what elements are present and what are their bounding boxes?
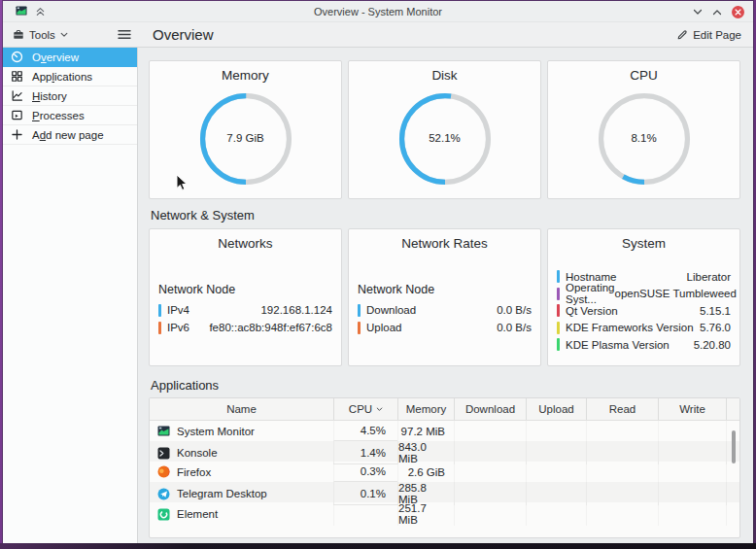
edit-page-button[interactable]: Edit Page xyxy=(676,29,741,41)
sensor-value: 5.15.1 xyxy=(700,305,731,317)
mouse-cursor xyxy=(175,174,189,191)
tools-menu-label: Tools xyxy=(29,29,55,41)
sensor-label: KDE Frameworks Version xyxy=(566,322,694,333)
system-monitor-window: Overview - System Monitor xyxy=(3,1,753,543)
applications-table: Name CPU Memory Download Upload Read Wri… xyxy=(149,397,740,538)
element-icon xyxy=(157,508,170,521)
sensor-label: KDE Plasma Version xyxy=(566,339,670,351)
sensor-color-bar xyxy=(358,322,361,334)
column-header-read[interactable]: Read xyxy=(586,398,658,420)
network-rates-card: Network Rates Network Node Download 0.0 … xyxy=(348,228,541,366)
column-header-write[interactable]: Write xyxy=(658,398,726,420)
gauge-title: Memory xyxy=(150,68,341,83)
sensor-color-bar xyxy=(557,288,560,300)
table-row[interactable]: Telegram Desktop 0.1% 285.8 MiB xyxy=(150,482,739,502)
gutter-cell xyxy=(726,462,739,482)
sensor-color-bar xyxy=(557,322,560,334)
sensor-color-bar xyxy=(557,304,560,317)
app-name: Telegram Desktop xyxy=(177,488,267,499)
app-icon xyxy=(157,447,170,460)
column-header-cpu[interactable]: CPU xyxy=(333,398,397,420)
sidebar-item[interactable]: Overview xyxy=(3,48,137,67)
gutter-cell xyxy=(726,502,739,526)
sidebar-item-label: Applications xyxy=(32,71,92,83)
sidebar-item[interactable]: Applications xyxy=(3,67,137,86)
sidebar-item-label: History xyxy=(32,90,67,102)
sensor-value: 0.0 B/s xyxy=(497,304,532,316)
sensor-color-bar xyxy=(158,304,161,317)
maximize-button[interactable] xyxy=(712,9,722,16)
table-row[interactable]: Element 251.7 MiB xyxy=(150,502,739,523)
hamburger-menu-icon[interactable] xyxy=(118,29,131,40)
titlebar[interactable]: Overview - System Monitor xyxy=(3,1,753,22)
read-cell xyxy=(586,462,658,482)
write-cell xyxy=(658,502,726,526)
sensor-color-bar xyxy=(557,270,560,283)
toolbox-icon xyxy=(13,29,24,41)
column-header-upload[interactable]: Upload xyxy=(526,398,586,420)
sensor-label: Download xyxy=(366,304,416,316)
network-rates-title: Network Rates xyxy=(349,236,540,251)
sensor-color-bar xyxy=(158,322,161,334)
toolbar: Tools Overview Edit Page xyxy=(3,22,753,48)
close-button[interactable] xyxy=(732,6,744,18)
upload-cell xyxy=(526,421,586,441)
sidebar-item-label: Overview xyxy=(32,51,79,63)
app-icon xyxy=(157,465,170,478)
gauge-row: Memory 7.9 GiB Disk xyxy=(149,60,740,199)
chevron-down-icon xyxy=(60,32,68,38)
table-row[interactable]: Firefox 0.3% 2.6 GiB xyxy=(150,462,739,482)
sidebar-item-icon xyxy=(11,70,23,83)
section-applications: Applications xyxy=(151,378,739,393)
minimize-button[interactable] xyxy=(693,9,703,16)
pencil-icon xyxy=(676,29,688,41)
sensor-color-bar xyxy=(358,304,361,317)
sensor-row: IPv6 fe80::ac8b:948f:ef67:6c8 xyxy=(150,319,341,336)
upload-cell xyxy=(526,502,586,526)
sensor-value: 192.168.1.124 xyxy=(260,304,332,316)
memory-cell: 251.7 MiB xyxy=(397,502,454,526)
scrollbar-thumb[interactable] xyxy=(732,430,736,463)
app-icon[interactable] xyxy=(16,3,27,20)
gauge-title: CPU xyxy=(548,68,739,83)
table-row[interactable]: System Monitor 4.5% 97.2 MiB xyxy=(150,421,739,441)
system-monitor-icon xyxy=(157,425,170,437)
double-chevron-up-icon[interactable] xyxy=(35,3,46,20)
sidebar-item-icon xyxy=(11,109,23,121)
processes-icon xyxy=(11,109,23,121)
app-name: System Monitor xyxy=(177,426,255,437)
download-cell xyxy=(454,502,526,526)
window-title: Overview - System Monitor xyxy=(3,6,753,17)
overview-gauge-icon xyxy=(11,51,23,63)
app-icon xyxy=(157,488,170,500)
sensor-row: Operating Syst... openSUSE Tumbleweed xyxy=(548,286,739,303)
read-cell xyxy=(586,421,658,441)
sensor-value: Liberator xyxy=(687,271,731,283)
network-system-row: Networks Network Node IPv4 192.168.1.124 xyxy=(149,228,740,366)
tools-menu-button[interactable]: Tools xyxy=(13,29,68,41)
gauge-card: CPU 8.1% xyxy=(547,60,740,199)
sidebar: Overview Applications xyxy=(3,48,138,543)
table-row[interactable]: Konsole 1.4% 843.0 MiB xyxy=(150,441,739,462)
column-header-memory[interactable]: Memory xyxy=(397,398,454,420)
cpu-cell: 4.5% xyxy=(333,421,397,441)
sensor-row: Download 0.0 B/s xyxy=(349,301,540,319)
sidebar-item[interactable]: Add new page xyxy=(3,125,137,145)
sidebar-item[interactable]: Processes xyxy=(3,106,137,125)
sidebar-item-icon xyxy=(11,128,23,141)
column-header-name[interactable]: Name xyxy=(150,398,333,420)
sensor-row: IPv4 192.168.1.124 xyxy=(150,301,341,319)
sensor-value: openSUSE Tumbleweed xyxy=(615,288,737,299)
gauge-value: 52.1% xyxy=(349,132,540,144)
app-icon xyxy=(157,508,170,521)
app-name: Element xyxy=(177,508,218,520)
sidebar-item-label: Add new page xyxy=(32,129,104,141)
column-header-download[interactable]: Download xyxy=(454,398,526,420)
system-title: System xyxy=(548,236,739,251)
network-node-label: Network Node xyxy=(158,283,235,296)
download-cell xyxy=(454,421,526,441)
cpu-cell: 0.3% xyxy=(333,462,397,482)
networks-title: Networks xyxy=(150,236,341,251)
sidebar-item[interactable]: History xyxy=(3,86,137,106)
gauge-title: Disk xyxy=(349,68,540,83)
